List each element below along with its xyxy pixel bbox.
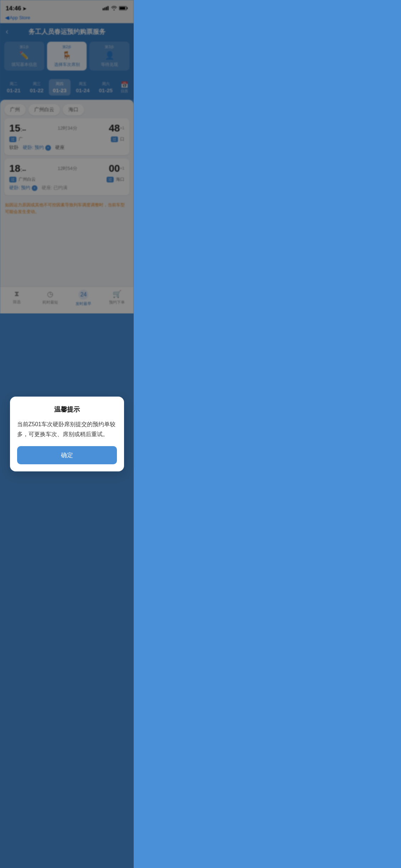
dialog-overlay: 温馨提示 当前Z501车次硬卧席别提交的预约单较多，可更换车次、席别或稍后重试。… [0,0,134,314]
